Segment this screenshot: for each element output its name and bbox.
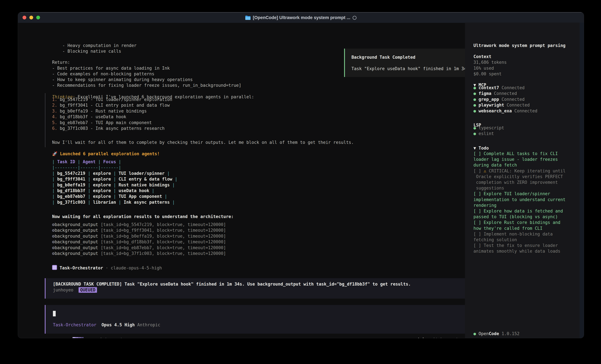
table-pipe: | xyxy=(175,177,177,182)
gear-icon: ⚙ xyxy=(52,239,55,244)
return-item: - How to keep spinner animating during h… xyxy=(52,77,193,83)
lsp-list: ● typescript● eslint xyxy=(473,125,504,137)
table-header-cell: Focus xyxy=(100,159,119,164)
todo-heading[interactable]: ▼ Todo xyxy=(473,145,489,151)
input-agent-name[interactable]: Task-Orchestrator xyxy=(53,322,96,327)
return-item: - Code examples of non-blocking patterns xyxy=(52,71,154,77)
input-model[interactable]: Opus 4.5 High xyxy=(101,322,135,327)
table-pipe: | xyxy=(113,171,116,176)
todo-checkbox: [ ] xyxy=(473,151,481,156)
table-row: | bg_f9ff3041 | explore | CLI entry & da… xyxy=(52,176,177,182)
todo-item[interactable]: [ ] Test the fix to ensure loader animat… xyxy=(473,243,578,254)
todo-checkbox: [ ] xyxy=(473,243,481,248)
todo-text: Test the fix to ensure loader animates s… xyxy=(473,243,560,254)
tool-args: [task_id=bg_37f1c003, block=true, timeou… xyxy=(98,251,226,256)
prompt-input-box[interactable]: Task-Orchestrator Opus 4.5 High Anthropi… xyxy=(45,305,474,334)
space xyxy=(108,266,111,270)
table-cell: explore xyxy=(90,188,113,193)
todo-item[interactable]: [ ] ⚠ CRITICAL: Keep iterating until Ora… xyxy=(473,168,578,191)
table-cell: TUI loader/spinner xyxy=(116,171,167,176)
agent-text: bg_df18bb3f - useData hook xyxy=(57,114,126,119)
mcp-status: Connected xyxy=(504,103,530,107)
agent-table: | Task ID | Agent | Focus ||---------|--… xyxy=(52,159,177,205)
lsp-name: eslint xyxy=(479,131,494,136)
esc-key[interactable]: esc xyxy=(90,337,97,338)
table-row: | bg_37f1c003 | librarian | Ink async pa… xyxy=(52,200,177,205)
table-pipe: | xyxy=(172,200,175,205)
table-pipe: | xyxy=(172,182,175,187)
table-cell: TUI App component xyxy=(116,194,164,199)
table-header-cell: Agent xyxy=(80,159,98,164)
todo-text: Explore Rust core bindings and how they'… xyxy=(473,220,560,230)
gear-icon: ⚙ xyxy=(52,245,55,250)
tool-call-line: ⚙background_output [task_id=bg_df18bb3f,… xyxy=(52,239,226,245)
table-pipe: | xyxy=(88,200,90,205)
orchestrator-model: claude-opus-4-5-high xyxy=(111,266,162,270)
table-cell: CLI entry & data flow xyxy=(116,177,175,182)
context-tokens: 31,686 tokens xyxy=(473,59,507,65)
table-row: | bg_5547c219 | explore | TUI loader/spi… xyxy=(52,171,177,176)
table-pipe: | xyxy=(88,188,90,193)
table-cell: bg_df18bb3f xyxy=(55,188,88,193)
agent-list-item: 5. bg_eb87ebb7 - TUI App main component xyxy=(52,120,172,125)
agent-number: 3. xyxy=(52,109,57,114)
todo-item[interactable]: [ ] Explore how data is fetched and pass… xyxy=(473,208,578,220)
table-pipe: | xyxy=(88,171,90,176)
table-cell: Rust native bindings xyxy=(116,182,172,187)
input-provider: Anthropic xyxy=(137,322,160,327)
space xyxy=(97,337,100,338)
table-pipe: | xyxy=(52,200,55,205)
agent-list-item: 3. bg_b0effa19 - Rust native bindings xyxy=(52,108,172,114)
todo-item[interactable]: [ ] Complete ALL tasks to fix CLI loader… xyxy=(473,151,578,168)
agent-list-item: 2. bg_f9ff3041 - CLI entry point and dat… xyxy=(52,102,172,108)
window-titlebar[interactable]: [OpenCode] Ultrawork mode system prompt … xyxy=(18,12,584,23)
agent-number: 2. xyxy=(52,103,57,108)
table-header-row: | Task ID | Agent | Focus | xyxy=(52,159,177,165)
agent-number: 5. xyxy=(52,120,57,125)
wait-text: Now I'll wait for all of them to complet… xyxy=(52,139,354,145)
scrollbar-track[interactable] xyxy=(580,22,584,338)
table-cell: useData hook xyxy=(116,188,152,193)
table-pipe: | xyxy=(119,200,121,205)
tool-args: [task_id=bg_5547c219, block=true, timeou… xyxy=(98,222,226,227)
tool-call-list: ⚙background_output [task_id=bg_5547c219,… xyxy=(52,222,226,256)
app-name-bold: Code xyxy=(489,331,499,336)
tool-args: [task_id=bg_f9ff3041, block=true, timeou… xyxy=(98,228,226,233)
tool-name: background_output xyxy=(55,245,98,250)
connected-dot-icon: ● xyxy=(473,85,479,90)
table-cell: bg_5547c219 xyxy=(55,171,88,176)
tool-args: [task_id=bg_df18bb3f, block=true, timeou… xyxy=(98,239,226,244)
agent-list: 1. bg_5547c219 - TUI loader/spinner expl… xyxy=(52,97,172,131)
todo-item[interactable]: [ ] Explore Rust core bindings and how t… xyxy=(473,220,578,231)
connected-dot-icon: ● xyxy=(473,103,479,107)
todo-checkbox: [ ] xyxy=(473,191,481,196)
sidebar-footer: ● OpenCode 1.0.152 xyxy=(473,331,520,337)
window-title: [OpenCode] Ultrawork mode system prompt … xyxy=(253,15,350,20)
screen: [OpenCode] Ultrawork mode system prompt … xyxy=(0,0,601,364)
mcp-status: Connected xyxy=(491,91,517,96)
session-title: Ultrawork mode system prompt parsing xyxy=(473,43,566,48)
tab-key[interactable]: tab xyxy=(417,337,425,338)
table-pipe: | xyxy=(52,159,55,164)
progress-circle-icon xyxy=(353,16,357,20)
table-cell: librarian xyxy=(90,200,119,205)
gear-icon: ⚙ xyxy=(52,228,55,233)
todo-text: Complete ALL tasks to fix CLI loader lag… xyxy=(473,151,558,167)
dot-separator: · xyxy=(106,266,108,270)
esc-label: interrupt xyxy=(100,337,123,338)
todo-item[interactable]: [ ] Implement non-blocking data fetching… xyxy=(473,231,578,243)
tool-call-line: ⚙background_output [task_id=bg_5547c219,… xyxy=(52,222,226,228)
todo-checkbox: [ ] xyxy=(473,168,481,173)
todo-item[interactable]: [ ] Explore TUI loader/spinner implement… xyxy=(473,191,578,208)
space xyxy=(476,146,479,151)
warning-icon: ⚠ xyxy=(481,168,486,173)
mcp-item: ● websearch_exa Connected xyxy=(473,108,537,114)
toast-background-task-completed[interactable]: Background Task Completed Task "Explore … xyxy=(344,48,475,77)
table-cell: explore xyxy=(90,177,113,182)
table-pipe: | xyxy=(152,188,154,193)
orchestrator-name: Task-Orchestrator xyxy=(60,266,103,270)
collapse-triangle-icon[interactable]: ▼ xyxy=(473,146,476,151)
agent-text: bg_f9ff3041 - CLI entry point and data f… xyxy=(57,103,170,108)
table-cell: explore xyxy=(90,182,113,187)
table-pipe: | xyxy=(88,194,90,199)
